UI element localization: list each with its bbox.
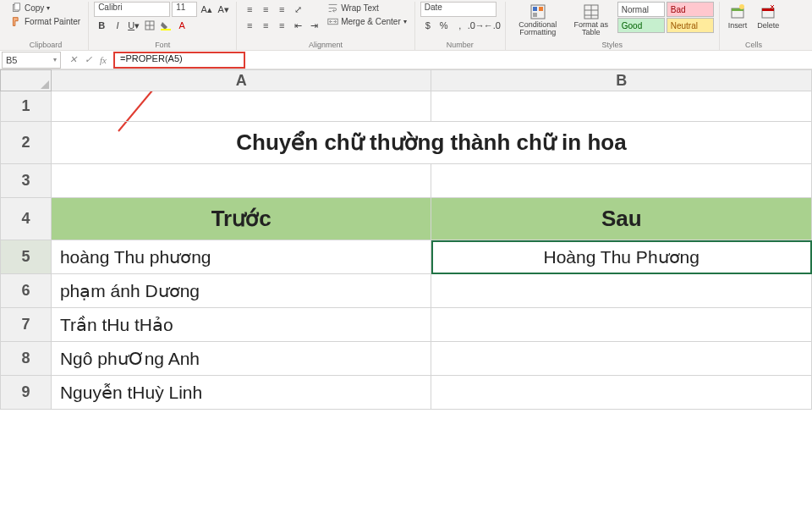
style-good[interactable]: Good — [617, 18, 665, 33]
fill-color-button[interactable] — [158, 18, 173, 33]
cell-b1[interactable] — [431, 91, 812, 122]
wrap-text-button[interactable]: Wrap Text — [325, 2, 409, 14]
cell-a7[interactable]: Trần tHu tHảo — [51, 308, 431, 342]
align-bottom-button[interactable]: ≡ — [274, 2, 289, 17]
cell-b7[interactable] — [431, 308, 812, 342]
cell-a9[interactable]: Nguyễn tHuỳ Linh — [51, 376, 431, 410]
copy-button[interactable]: Copy ▾ — [8, 2, 83, 14]
name-box[interactable]: B5 ▾ — [2, 52, 61, 69]
row-header-2[interactable]: 2 — [1, 122, 52, 164]
font-color-button[interactable]: A — [174, 18, 189, 33]
column-header-a[interactable]: A — [51, 70, 431, 91]
cell-b5[interactable]: Hoàng Thu Phương — [431, 240, 812, 274]
wrap-text-label: Wrap Text — [341, 3, 379, 13]
cell-b8[interactable] — [431, 342, 812, 376]
row-header-8[interactable]: 8 — [1, 342, 52, 376]
dropdown-icon: ▾ — [53, 56, 57, 63]
cell-a8[interactable]: Ngô phưƠng Anh — [51, 342, 431, 376]
group-styles: Conditional Formatting Format as Table N… — [506, 2, 720, 50]
align-top-button[interactable]: ≡ — [242, 2, 257, 17]
group-label: Number — [415, 41, 505, 50]
insert-cells-icon — [729, 3, 746, 20]
style-normal[interactable]: Normal — [617, 2, 665, 17]
increase-decimal-button[interactable]: .0→ — [469, 18, 484, 33]
cell-a3[interactable] — [51, 164, 431, 198]
row-header-3[interactable]: 3 — [1, 164, 52, 198]
conditional-formatting-icon — [529, 3, 546, 20]
ribbon: Copy ▾ Format Painter Clipboard Calibri … — [0, 0, 812, 51]
cell-b9[interactable] — [431, 376, 812, 410]
group-alignment: ≡ ≡ ≡ ⤢ ≡ ≡ ≡ ⇤ ⇥ Wrap Text — [237, 2, 415, 50]
align-right-button[interactable]: ≡ — [274, 18, 289, 33]
cell-b3[interactable] — [431, 164, 812, 198]
copy-icon — [11, 3, 22, 14]
row-header-7[interactable]: 7 — [1, 308, 52, 342]
decrease-indent-button[interactable]: ⇤ — [290, 18, 305, 33]
merge-icon — [327, 16, 338, 27]
italic-button[interactable]: I — [110, 18, 125, 33]
group-label: Clipboard — [3, 41, 88, 50]
comma-button[interactable]: , — [453, 18, 468, 33]
align-left-button[interactable]: ≡ — [242, 18, 257, 33]
row-header-5[interactable]: 5 — [1, 240, 52, 274]
column-header-b[interactable]: B — [431, 70, 812, 91]
cell-b6[interactable] — [431, 274, 812, 308]
formula-text: =PROPER(A5) — [120, 53, 183, 63]
orientation-button[interactable]: ⤢ — [290, 2, 305, 17]
delete-button[interactable]: Delete — [754, 2, 782, 31]
merge-label: Merge & Center — [341, 17, 401, 26]
svg-rect-10 — [533, 13, 537, 17]
svg-point-17 — [739, 4, 744, 9]
insert-button[interactable]: Insert — [725, 2, 751, 31]
select-all-corner[interactable] — [1, 70, 52, 91]
conditional-formatting-button[interactable]: Conditional Formatting — [511, 2, 565, 38]
group-label: Alignment — [237, 41, 414, 50]
table-icon — [583, 3, 600, 20]
format-painter-button[interactable]: Format Painter — [8, 15, 83, 28]
title-cell[interactable]: Chuyển chữ thường thành chữ in hoa — [51, 122, 811, 164]
cell-a5[interactable]: hoàng Thu phương — [51, 240, 431, 274]
header-after[interactable]: Sau — [431, 198, 812, 240]
font-name-select[interactable]: Calibri — [94, 2, 170, 17]
enter-formula-button[interactable]: ✓ — [81, 54, 95, 65]
row-header-6[interactable]: 6 — [1, 274, 52, 308]
font-size-select[interactable]: 11 — [172, 2, 197, 17]
number-format-select[interactable]: Date — [420, 2, 497, 17]
merge-center-button[interactable]: Merge & Center ▾ — [325, 15, 409, 28]
align-middle-button[interactable]: ≡ — [258, 2, 273, 17]
currency-button[interactable]: $ — [420, 18, 436, 33]
format-painter-label: Format Painter — [25, 17, 80, 26]
copy-label: Copy — [25, 3, 44, 13]
svg-rect-9 — [539, 7, 543, 11]
group-label: Styles — [506, 41, 719, 50]
decrease-font-button[interactable]: A▾ — [216, 2, 231, 17]
group-label: Font — [89, 41, 236, 50]
cancel-formula-button[interactable]: ✕ — [66, 54, 80, 65]
group-number: Date $ % , .0→ ←.0 Number — [415, 2, 506, 50]
increase-indent-button[interactable]: ⇥ — [306, 18, 321, 33]
format-as-table-button[interactable]: Format as Table — [568, 2, 614, 38]
align-center-button[interactable]: ≡ — [258, 18, 273, 33]
cell-a1[interactable] — [51, 91, 431, 122]
style-neutral[interactable]: Neutral — [667, 18, 714, 33]
group-cells: Insert Delete Cells — [720, 2, 788, 50]
underline-button[interactable]: U ▾ — [126, 18, 141, 33]
increase-font-button[interactable]: A▴ — [199, 2, 214, 17]
formula-bar: B5 ▾ ✕ ✓ fx =PROPER(A5) — [0, 51, 812, 69]
delete-cells-icon — [760, 3, 776, 20]
row-header-4[interactable]: 4 — [1, 198, 52, 240]
bold-button[interactable]: B — [94, 18, 109, 33]
percent-button[interactable]: % — [436, 18, 452, 33]
decrease-decimal-button[interactable]: ←.0 — [485, 18, 500, 33]
header-before[interactable]: Trước — [51, 198, 431, 240]
borders-button[interactable] — [142, 18, 157, 33]
style-bad[interactable]: Bad — [667, 2, 714, 17]
cell-a6[interactable]: phạm ánh Dương — [51, 274, 431, 308]
group-clipboard: Copy ▾ Format Painter Clipboard — [3, 2, 89, 50]
row-header-1[interactable]: 1 — [1, 91, 52, 122]
wrap-text-icon — [327, 3, 338, 14]
fx-button[interactable]: fx — [96, 55, 110, 65]
row-header-9[interactable]: 9 — [1, 376, 52, 410]
formula-input[interactable]: =PROPER(A5) — [113, 52, 245, 69]
svg-rect-5 — [161, 29, 171, 30]
